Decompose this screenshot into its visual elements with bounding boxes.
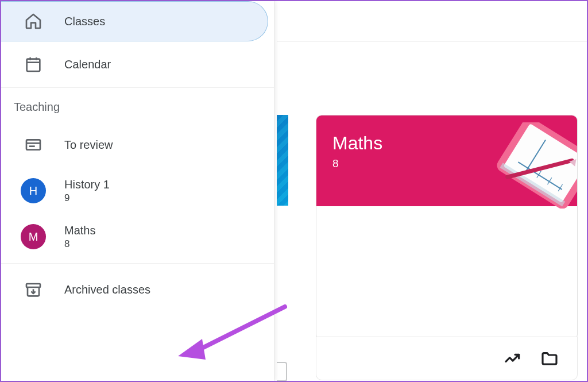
avatar: H	[21, 178, 46, 203]
svg-rect-10	[27, 59, 40, 71]
nav-item-archived-classes[interactable]: Archived classes	[1, 264, 274, 315]
nav-item-classes[interactable]: Classes	[1, 1, 268, 41]
archive-icon	[21, 277, 46, 302]
analytics-button[interactable]	[502, 348, 523, 369]
class-card-footer	[316, 337, 578, 380]
nav-item-calendar[interactable]: Calendar	[1, 41, 274, 87]
class-card-maths[interactable]: Maths 8	[316, 115, 578, 340]
folder-icon	[540, 349, 559, 368]
svg-rect-14	[26, 140, 40, 149]
class-grade: 9	[64, 192, 110, 204]
trending-up-icon	[504, 349, 522, 368]
avatar-initial: M	[29, 230, 38, 244]
top-divider	[277, 41, 587, 42]
adjacent-class-card-peek[interactable]	[277, 115, 288, 206]
class-name: Maths	[64, 224, 95, 237]
section-heading-teaching: Teaching	[1, 88, 274, 122]
navigation-drawer: Classes Calendar Teaching To review H Hi…	[1, 1, 274, 381]
avatar-initial: H	[29, 184, 37, 198]
nav-label: Archived classes	[64, 283, 150, 296]
tablet-illustration	[485, 122, 578, 209]
folder-button[interactable]	[539, 348, 560, 369]
class-name: History 1	[64, 178, 110, 191]
home-icon	[21, 9, 46, 34]
nav-label: To review	[64, 138, 113, 152]
class-card-header[interactable]: Maths 8	[316, 115, 577, 206]
nav-item-to-review[interactable]: To review	[1, 122, 274, 168]
svg-rect-17	[26, 284, 40, 287]
avatar: M	[21, 224, 46, 249]
sidebar-class-history[interactable]: H History 1 9	[1, 168, 274, 214]
nav-label: Calendar	[64, 58, 111, 71]
adjacent-card-footer-peek	[277, 362, 287, 381]
to-review-icon	[21, 132, 46, 157]
sidebar-class-maths[interactable]: M Maths 8	[1, 214, 274, 260]
class-grade: 8	[64, 238, 95, 250]
calendar-icon	[21, 52, 46, 77]
nav-label: Classes	[64, 15, 105, 28]
